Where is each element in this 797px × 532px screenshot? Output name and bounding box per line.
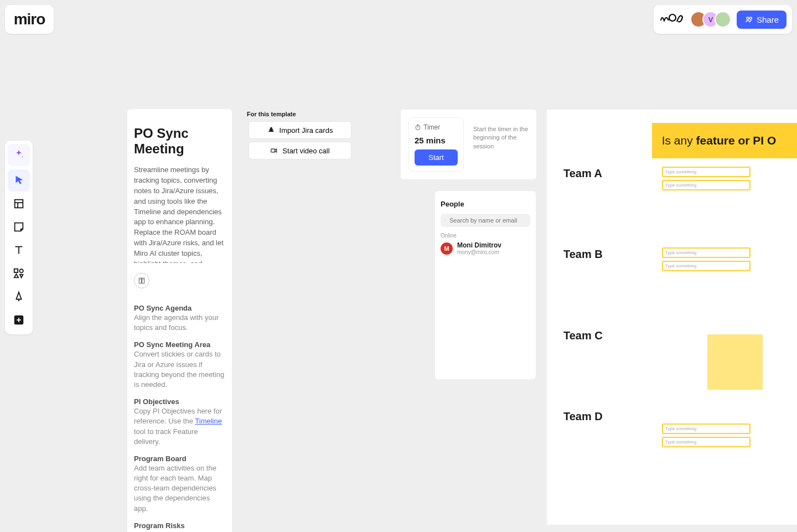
tool-panel <box>5 141 33 334</box>
svg-rect-15 <box>271 149 275 152</box>
timer-box: Timer 25 mins Start <box>408 117 464 172</box>
video-call-label: Start video call <box>282 147 329 155</box>
svg-point-2 <box>749 17 752 19</box>
person-row[interactable]: M Moni Dimitrov mony@miro.com <box>441 241 530 255</box>
shapes-tool[interactable] <box>8 262 30 285</box>
sticky-note[interactable] <box>707 334 763 390</box>
sticky-input[interactable]: Type something <box>662 247 751 258</box>
pen-tool[interactable] <box>8 286 30 308</box>
ai-tool[interactable] <box>8 144 30 166</box>
video-call-button[interactable]: Start video call <box>249 142 351 159</box>
person-name: Moni Dimitrov <box>457 241 501 249</box>
agenda-heading: Program Risks <box>134 521 225 530</box>
agenda-body: Convert stickies or cards to Jira or Azu… <box>134 349 225 390</box>
timer-label: Timer <box>423 123 440 131</box>
logo-card[interactable]: miro <box>5 5 54 34</box>
svg-point-9 <box>19 269 23 272</box>
sticky-input[interactable]: Type something <box>662 167 751 177</box>
agenda-icon <box>134 273 149 288</box>
svg-point-1 <box>747 17 749 19</box>
agenda-body: Align the agenda with your topics and fo… <box>134 313 225 333</box>
timer-icon <box>415 124 421 131</box>
activity-icon[interactable] <box>659 11 685 29</box>
template-label: For this template <box>247 111 296 117</box>
timer-duration: 25 mins <box>415 136 458 145</box>
person-avatar: M <box>441 242 453 255</box>
people-title: People <box>441 200 530 208</box>
agenda-heading: PO Sync Agenda <box>134 304 225 312</box>
import-jira-button[interactable]: Import Jira cards <box>249 121 351 139</box>
people-panel: People Online M Moni Dimitrov mony@miro.… <box>435 191 536 379</box>
question-bold: feature or PI O <box>696 134 777 147</box>
timeline-link[interactable]: Timeline <box>195 417 222 425</box>
agenda-heading: PO Sync Meeting Area <box>134 340 225 349</box>
team-label: Team D <box>563 410 603 423</box>
online-label: Online <box>441 233 530 239</box>
people-search[interactable] <box>441 214 530 227</box>
svg-point-0 <box>669 14 676 21</box>
agenda-heading: Program Board <box>134 454 225 463</box>
svg-rect-17 <box>142 278 144 283</box>
agenda-card: PO Sync Agenda Align the agenda with you… <box>127 263 232 532</box>
collaborator-avatars[interactable]: V <box>690 11 731 28</box>
header-bar: V Share <box>654 5 792 34</box>
team-label: Team C <box>563 329 603 342</box>
page-title: PO Sync Meeting <box>134 126 225 156</box>
search-input[interactable] <box>449 217 526 224</box>
sticky-input[interactable]: Type something <box>662 423 751 434</box>
svg-rect-16 <box>139 278 141 283</box>
agenda-body: Add team activities on the right for eac… <box>134 463 225 514</box>
svg-point-23 <box>445 220 446 220</box>
teams-frame[interactable]: Is any feature or PI O Team A Type somet… <box>547 110 797 525</box>
agenda-body: Copy PI Objectives here for reference. U… <box>134 406 225 447</box>
question-bar: Is any feature or PI O <box>652 123 797 158</box>
share-label: Share <box>757 15 779 24</box>
timer-hint: Start the timer in the beginning of the … <box>473 117 529 151</box>
sticky-input[interactable]: Type something <box>662 437 751 447</box>
svg-rect-8 <box>14 269 18 272</box>
search-icon <box>445 217 446 224</box>
team-label: Team B <box>563 248 603 261</box>
sticky-tool[interactable] <box>8 216 30 238</box>
question-text: Is any <box>662 134 696 147</box>
team-label: Team A <box>563 167 602 180</box>
sticky-input[interactable]: Type something <box>662 261 751 271</box>
frame-tool[interactable] <box>8 193 30 215</box>
app-logo: miro <box>14 11 45 28</box>
add-tool[interactable] <box>8 309 30 331</box>
text-tool[interactable] <box>8 239 30 261</box>
timer-widget: Timer 25 mins Start Start the timer in t… <box>401 110 536 179</box>
agenda-heading: PI Objectives <box>134 397 225 406</box>
svg-rect-3 <box>15 200 23 208</box>
cursor-tool[interactable] <box>8 169 30 192</box>
import-jira-label: Import Jira cards <box>280 126 333 135</box>
timer-start-button[interactable]: Start <box>415 149 458 166</box>
share-button[interactable]: Share <box>737 11 786 29</box>
person-email: mony@miro.com <box>457 249 501 255</box>
sticky-input[interactable]: Type something <box>662 180 751 190</box>
avatar[interactable] <box>715 11 731 28</box>
